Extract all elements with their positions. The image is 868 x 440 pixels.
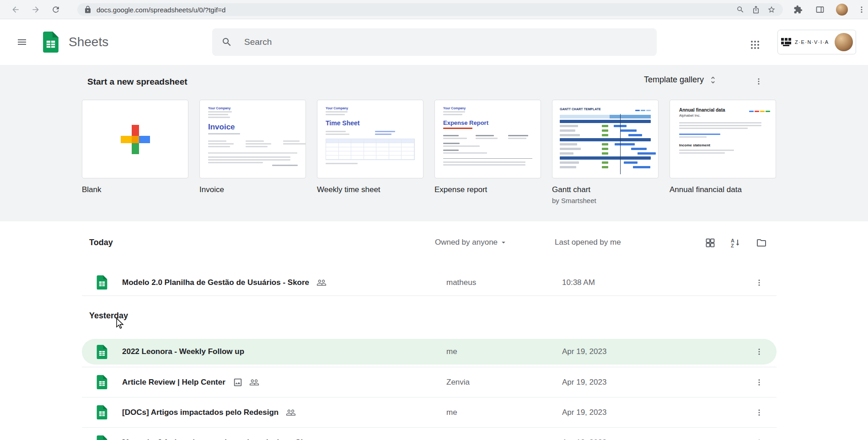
search-bar[interactable]: [212, 28, 657, 56]
bookmark-button[interactable]: [767, 5, 776, 14]
grid-view-icon: [705, 237, 716, 248]
side-panel-icon: [815, 5, 825, 14]
side-panel-button[interactable]: [814, 4, 825, 15]
back-arrow-icon: [11, 5, 20, 14]
file-title: [Attention] Artigos impactados pelo rede…: [122, 438, 305, 440]
template-gallery-label: Template gallery: [644, 75, 704, 85]
shared-people-icon: [286, 408, 296, 418]
file-title: [DOCs] Artigos impactados pelo Redesign: [122, 408, 279, 417]
search-icon[interactable]: [221, 37, 232, 48]
open-file-picker-button[interactable]: [755, 236, 768, 250]
browser-reload-button[interactable]: [50, 4, 61, 15]
template-label: Weekly time sheet: [317, 185, 423, 194]
account-badge[interactable]: Z·E·N·V·I·A: [777, 30, 856, 54]
kebab-icon: [755, 408, 763, 417]
browser-forward-button[interactable]: [30, 4, 41, 15]
shared-people-icon: [316, 278, 327, 288]
mouse-cursor: [114, 317, 125, 330]
thumb-heading: Income statement: [679, 143, 766, 147]
file-row[interactable]: Modelo 2.0 Planilha de Gestão de Usuário…: [82, 269, 777, 296]
row-menu-button[interactable]: [750, 274, 768, 291]
file-row[interactable]: [DOCs] Artigos impactados pelo Redesign …: [82, 397, 777, 427]
google-apps-button[interactable]: [745, 35, 765, 55]
thumb-title: GANTT CHART TEMPLATE: [560, 107, 601, 111]
apps-grid-icon: [750, 39, 761, 50]
file-owner: me: [446, 408, 457, 417]
template-sublabel: by Smartsheet: [552, 197, 659, 204]
template-card-annual[interactable]: Annual financial data Alphabet Inc. Inco…: [670, 100, 776, 204]
row-menu-button[interactable]: [750, 343, 768, 360]
sheets-file-icon: [96, 435, 107, 440]
unfold-more-icon: [708, 75, 718, 85]
file-row-selected[interactable]: 2022 Leonora - Weekly Follow up me Apr 1…: [82, 339, 777, 365]
browser-menu-button[interactable]: [856, 4, 867, 15]
thumb-subtitle: Alphabet Inc.: [679, 113, 766, 118]
app-header: Sheets Z·E·N·V·I·A: [0, 19, 868, 65]
file-list-section: Today Owned by anyone Last opened by me …: [0, 221, 868, 440]
expense-thumbnail: Your Company Expense Report: [434, 100, 541, 178]
sheets-file-icon: [96, 345, 107, 359]
annual-thumbnail: Annual financial data Alphabet Inc. Inco…: [670, 100, 776, 178]
file-row-partial[interactable]: [Attention] Artigos impactados pelo rede…: [82, 427, 777, 440]
file-title: Article Review | Help Center: [122, 378, 225, 387]
template-label: Blank: [82, 185, 188, 194]
owner-filter-label: Owned by anyone: [435, 238, 498, 247]
template-card-invoice[interactable]: Your Company Invoice Invoice: [199, 100, 306, 204]
reload-icon: [51, 5, 60, 14]
template-section: Start a new spreadsheet Template gallery…: [0, 65, 868, 221]
template-card-expense[interactable]: Your Company Expense Report Expense repo…: [434, 100, 541, 204]
file-opened-date: 10:38 AM: [562, 278, 595, 287]
shared-people-icon: [249, 377, 259, 387]
timesheet-thumbnail: Your Company Time Sheet: [317, 100, 423, 178]
caret-down-icon: [499, 238, 508, 247]
extensions-button[interactable]: [793, 4, 804, 15]
grid-view-button[interactable]: [703, 236, 717, 250]
file-title: Modelo 2.0 Planilha de Gestão de Usuário…: [122, 278, 309, 287]
account-brand-label: Z·E·N·V·I·A: [795, 39, 829, 45]
kebab-icon: [755, 439, 763, 440]
account-avatar[interactable]: [835, 33, 853, 51]
owner-filter-button[interactable]: Owned by anyone: [435, 238, 508, 247]
blank-thumbnail: [82, 100, 188, 178]
template-label: Invoice: [199, 185, 306, 194]
search-input[interactable]: [243, 37, 648, 48]
browser-back-button[interactable]: [10, 4, 21, 15]
template-label: Annual financial data: [670, 185, 776, 194]
kebab-icon: [755, 348, 763, 356]
row-menu-button[interactable]: [750, 404, 768, 421]
address-bar[interactable]: docs.google.com/spreadsheets/u/0/?tgif=d: [77, 3, 783, 16]
kebab-icon: [857, 5, 866, 14]
last-opened-label: Last opened by me: [555, 238, 621, 247]
row-menu-button[interactable]: [750, 434, 768, 440]
lock-icon[interactable]: [84, 5, 92, 14]
file-title: 2022 Leonora - Weekly Follow up: [122, 347, 244, 356]
mini-table: [326, 139, 415, 160]
forward-arrow-icon: [31, 5, 40, 14]
kebab-icon: [755, 77, 763, 86]
sort-button[interactable]: A Z: [729, 236, 743, 250]
template-card-blank[interactable]: Blank: [82, 100, 188, 204]
sheets-file-icon: [96, 275, 107, 290]
browser-profile-avatar[interactable]: [836, 4, 848, 16]
file-opened-date: Apr 19, 2023: [562, 347, 606, 356]
template-card-gantt[interactable]: GANTT CHART TEMPLATE Gantt: [552, 100, 659, 204]
image-icon: [233, 377, 243, 387]
template-card-timesheet[interactable]: Your Company Time Sheet Weekly time shee…: [317, 100, 423, 204]
main-menu-button[interactable]: [11, 31, 33, 53]
sheets-logo-icon[interactable]: [43, 32, 59, 53]
template-cards: Blank Your Company Invoice Invoice: [82, 100, 776, 204]
template-gallery-button[interactable]: Template gallery: [644, 75, 718, 85]
row-menu-button[interactable]: [750, 374, 768, 391]
last-opened-column-button[interactable]: Last opened by me: [555, 238, 621, 247]
share-button[interactable]: [752, 5, 760, 14]
app-title: Sheets: [69, 19, 108, 65]
zoom-button[interactable]: [736, 5, 745, 14]
share-icon: [752, 5, 760, 14]
hamburger-icon: [16, 37, 27, 48]
plus-icon: [121, 125, 150, 154]
template-section-menu-button[interactable]: [752, 75, 765, 88]
file-row[interactable]: Article Review | Help Center Zenvia Apr …: [82, 367, 777, 397]
file-opened-date: Apr 19, 2023: [562, 408, 606, 417]
group-label-today: Today: [89, 238, 113, 247]
thumb-company: Your Company: [208, 107, 297, 110]
